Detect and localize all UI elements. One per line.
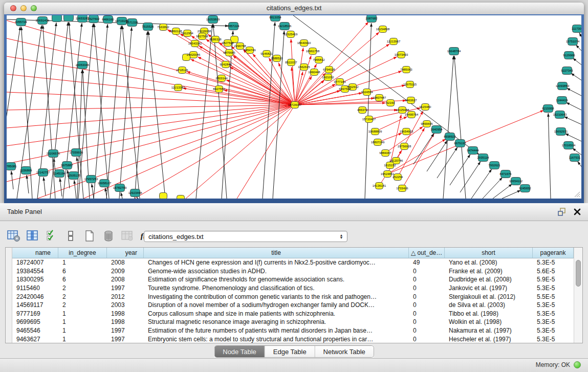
resize-grip[interactable] xyxy=(573,190,580,198)
table-row[interactable]: 1938455462009Genome-wide association stu… xyxy=(12,267,574,276)
status-bar: Memory: OK xyxy=(0,358,588,372)
table-tabs: Node Table Edge Table Network Table xyxy=(214,345,374,358)
new-column-button[interactable] xyxy=(83,229,96,243)
column-header[interactable]: pagerank xyxy=(533,248,574,258)
table-cell: 2 xyxy=(58,301,107,309)
table-cell: 5.3E-5 xyxy=(533,336,574,343)
table-row[interactable]: 1872400712008Changes of HCN gene express… xyxy=(12,258,574,267)
table-panel-header: Table Panel xyxy=(0,203,588,221)
table-select-combobox[interactable]: citations_edges.txt ▲▼ xyxy=(144,231,347,242)
svg-text:23420046: 23420046 xyxy=(187,53,201,56)
svg-text:18724007: 18724007 xyxy=(288,103,302,106)
application-window: citations_edges.txt 187240079355724206 xyxy=(0,0,588,372)
svg-text:16120746: 16120746 xyxy=(389,159,403,162)
svg-text:9884067: 9884067 xyxy=(379,151,391,155)
table-cell: Estimation of the future numbers of pati… xyxy=(144,327,409,334)
svg-text:15720407: 15720407 xyxy=(362,118,376,121)
delete-column-button[interactable] xyxy=(102,229,115,243)
table-scrollbar[interactable] xyxy=(574,248,582,343)
select-rows-button[interactable] xyxy=(45,229,58,243)
table-cell: 5.6E-5 xyxy=(533,268,574,275)
table-cell: 2008 xyxy=(107,276,144,283)
svg-text:9875685: 9875685 xyxy=(223,51,235,54)
table-cell: Yano et al. (2008) xyxy=(445,259,533,266)
table-options-button[interactable] xyxy=(7,229,20,243)
table-cell: Disruption of a novel member of a sodium… xyxy=(144,301,409,309)
float-panel-icon[interactable] xyxy=(557,207,567,216)
svg-text:9899695: 9899695 xyxy=(421,122,433,125)
tab-node-table[interactable]: Node Table xyxy=(214,346,265,357)
svg-text:17016504: 17016504 xyxy=(562,144,576,147)
svg-text:8215958: 8215958 xyxy=(542,107,554,110)
close-panel-icon[interactable] xyxy=(574,208,581,215)
table-cell: 5.3E-5 xyxy=(533,318,574,325)
memory-indicator[interactable]: Memory: OK xyxy=(536,361,581,368)
table-cell: 0 xyxy=(409,268,445,275)
svg-text:8860128: 8860128 xyxy=(170,30,182,33)
svg-text:7462612: 7462612 xyxy=(346,85,359,89)
table-cell: 1997 xyxy=(107,327,144,334)
network-canvas[interactable]: 1872400793557242069140610653287152760264… xyxy=(7,15,581,199)
table-cell: 2 xyxy=(58,285,107,292)
table-cell: Estimation of significance thresholds fo… xyxy=(144,276,409,283)
tab-network-table[interactable]: Network Table xyxy=(315,346,374,357)
table-row[interactable]: 1456911722003Disruption of a novel membe… xyxy=(12,301,574,310)
svg-text:10025488: 10025488 xyxy=(396,108,409,112)
table-cell: 5.3E-5 xyxy=(533,310,574,317)
svg-text:1562615: 1562615 xyxy=(298,65,310,69)
column-header[interactable]: name xyxy=(12,248,58,258)
table-row[interactable]: 977716911998Corpus callosum shape and si… xyxy=(12,310,574,318)
combobox-arrows-icon: ▲▼ xyxy=(337,234,347,239)
svg-text:9245652: 9245652 xyxy=(519,187,531,190)
table-cell: 18300295 xyxy=(12,276,58,283)
column-header[interactable]: in_degree xyxy=(58,248,107,258)
table-cell: 0 xyxy=(409,327,445,334)
network-window-titlebar[interactable]: citations_edges.txt xyxy=(4,3,584,15)
svg-text:15692931: 15692931 xyxy=(554,130,568,133)
svg-text:6466160: 6466160 xyxy=(102,18,114,21)
table-cell: 5.9E-5 xyxy=(533,276,574,283)
import-table-button[interactable] xyxy=(121,229,134,243)
tab-edge-table[interactable]: Edge Table xyxy=(265,346,315,357)
table-cell: de Silva et al. (2003) xyxy=(445,301,533,309)
table-row[interactable]: 946554611997Estimation of the future num… xyxy=(12,326,574,335)
table-cell: 1 xyxy=(58,310,107,317)
table-cell: 1998 xyxy=(107,310,144,317)
table-cell: 5.5E-5 xyxy=(533,293,574,300)
window-title: citations_edges.txt xyxy=(4,4,584,12)
table-row[interactable]: 911546021997Tourette syndrome. Phenomeno… xyxy=(12,284,574,293)
table-row[interactable]: 2242004622012Investigating the contribut… xyxy=(12,292,574,301)
svg-text:1990448: 1990448 xyxy=(308,71,320,74)
svg-text:17359936: 17359936 xyxy=(70,151,83,154)
svg-text:9115460: 9115460 xyxy=(420,105,432,108)
table-cell: 5.3E-5 xyxy=(533,259,574,266)
table-cell: 5.3E-5 xyxy=(533,285,574,292)
table-cell: Stergiakouli et al. (2012) xyxy=(445,293,533,300)
table-row[interactable]: 969969511998Structural magnetic resonanc… xyxy=(12,318,574,326)
table-cell: 0 xyxy=(409,285,445,292)
table-cell: Jankovic et al. (1997) xyxy=(445,285,533,292)
table-scrollbar-thumb[interactable] xyxy=(576,260,581,287)
table-cell: Dudbridge et al. (2008) xyxy=(445,276,533,283)
row-height-button[interactable] xyxy=(64,229,77,243)
show-columns-button[interactable] xyxy=(26,229,39,243)
table-row[interactable]: 946362711997Embryonic stem cells: a mode… xyxy=(12,335,574,343)
svg-text:19218506: 19218506 xyxy=(278,25,292,28)
svg-text:9355724: 9355724 xyxy=(15,20,27,24)
column-header[interactable]: △ out_de… xyxy=(409,248,445,258)
column-header[interactable]: title xyxy=(144,248,409,258)
svg-text:7857224: 7857224 xyxy=(227,25,239,28)
table-cell: Tourette syndrome. Phenomenology and cla… xyxy=(144,285,409,292)
table-cell: 5.3E-5 xyxy=(533,301,574,309)
table-select-value: citations_edges.txt xyxy=(144,233,337,240)
citation-network-graph[interactable]: 1872400793557242069140610653287152760264… xyxy=(7,15,581,199)
column-header[interactable]: year xyxy=(107,248,144,258)
table-row[interactable]: 1830029562008Estimation of significance … xyxy=(12,275,574,284)
column-header[interactable]: short xyxy=(445,248,533,258)
svg-text:10973493: 10973493 xyxy=(395,53,408,56)
table-cell: 2009 xyxy=(107,268,144,275)
svg-text:2718126: 2718126 xyxy=(176,69,188,72)
table-cell: 0 xyxy=(409,301,445,309)
table-toolbar: f(x) xyxy=(7,229,153,243)
svg-text:23226058: 23226058 xyxy=(198,30,211,33)
